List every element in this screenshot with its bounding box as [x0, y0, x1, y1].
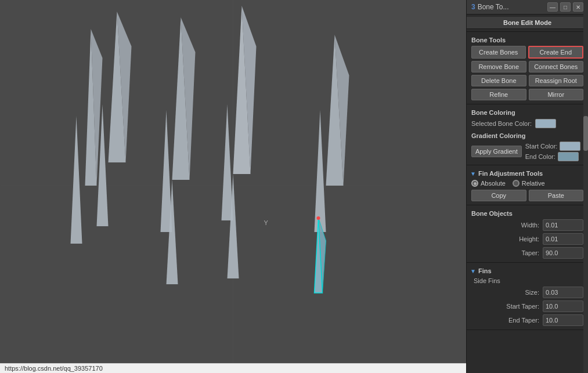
connect-bones-button[interactable]: Connect Bones: [529, 61, 584, 73]
apply-gradient-button[interactable]: Apply Gradient: [471, 146, 522, 157]
remove-bone-button[interactable]: Remove Bone: [471, 61, 526, 73]
width-label: Width:: [471, 222, 543, 229]
selected-bone-color-label: Selected Bone Color:: [471, 120, 532, 127]
fin-adjustment-title[interactable]: ▼ Fin Adjustment Tools: [467, 168, 588, 178]
bone-tools-row2: Remove Bone Connect Bones: [467, 60, 588, 74]
mirror-button[interactable]: Mirror: [529, 89, 584, 100]
bone-objects-title: Bone Objects: [467, 208, 588, 218]
bone-coloring-section: Bone Coloring Selected Bone Color: Gradi…: [467, 104, 588, 165]
bone-tools-row4: Refine Mirror: [467, 88, 588, 102]
width-input[interactable]: [543, 220, 583, 230]
bone-edit-mode-header: Bone Edit Mode: [467, 17, 588, 29]
height-row: Height: ▲ ▼: [467, 232, 588, 246]
end-taper-field[interactable]: ▲ ▼: [543, 314, 583, 326]
bone-tools-row3: Delete Bone Reassign Root: [467, 74, 588, 88]
start-taper-label: Start Taper:: [471, 303, 543, 310]
create-end-button[interactable]: Create End: [528, 46, 584, 59]
url-text: https://blog.csdn.net/qq_39357170: [5, 365, 103, 372]
selected-bone-color-row: Selected Bone Color:: [467, 117, 588, 130]
reassign-root-button[interactable]: Reassign Root: [529, 75, 584, 86]
fins-label: Fins: [478, 267, 492, 274]
side-fins-title: Side Fins: [467, 276, 588, 285]
bone-edit-mode-section: Bone Edit Mode: [467, 15, 588, 32]
height-field[interactable]: ▲ ▼: [543, 233, 583, 245]
start-color-label: Start Color:: [525, 143, 558, 150]
bones-canvas: Y: [0, 0, 466, 373]
fins-title[interactable]: ▼ Fins: [467, 265, 588, 276]
size-field[interactable]: ▲ ▼: [543, 287, 583, 298]
viewport: Y https://blog.csdn.net/qq_39357170: [0, 0, 466, 373]
copy-paste-row: Copy Paste: [467, 189, 588, 202]
create-bones-button[interactable]: Create Bones: [471, 46, 526, 59]
taper-field[interactable]: ▲ ▼: [543, 247, 583, 259]
scrollbar-thumb[interactable]: [583, 116, 588, 151]
relative-label: Relative: [522, 180, 545, 187]
fin-adjustment-label: Fin Adjustment Tools: [478, 170, 543, 177]
bone-tools-row1: Create Bones Create End: [467, 45, 588, 60]
svg-text:Y: Y: [264, 219, 269, 226]
taper-input[interactable]: [543, 248, 583, 258]
gradient-coloring-title: Gradient Coloring: [467, 130, 588, 140]
taper-row: Taper: ▲ ▼: [467, 246, 588, 260]
start-taper-row: Start Taper: ▲ ▼: [467, 299, 588, 313]
svg-point-24: [317, 216, 320, 220]
absolute-relative-row: Absolute Relative: [467, 178, 588, 189]
taper-label: Taper:: [471, 249, 543, 256]
window-title: Bone To...: [478, 3, 545, 11]
end-taper-label: End Taper:: [471, 317, 543, 324]
panel-scrollbar[interactable]: [583, 0, 588, 373]
height-label: Height:: [471, 236, 543, 242]
relative-radio[interactable]: [513, 180, 520, 187]
maximize-button[interactable]: □: [560, 2, 571, 12]
paste-button[interactable]: Paste: [529, 190, 584, 201]
absolute-radio[interactable]: [471, 180, 478, 187]
height-input[interactable]: [543, 234, 583, 244]
end-taper-input[interactable]: [543, 316, 583, 325]
size-row: Size: ▲ ▼: [467, 285, 588, 299]
relative-option[interactable]: Relative: [513, 180, 545, 187]
close-button[interactable]: ✕: [573, 2, 583, 12]
bone-tools-section: Bone Tools Create Bones Create End Remov…: [467, 32, 588, 104]
fins-section: ▼ Fins Side Fins Size: ▲ ▼ Start Taper: …: [467, 263, 588, 330]
absolute-label: Absolute: [481, 180, 506, 187]
minimize-button[interactable]: —: [547, 2, 558, 12]
delete-bone-button[interactable]: Delete Bone: [471, 75, 526, 86]
start-taper-input[interactable]: [543, 302, 583, 311]
bone-coloring-title: Bone Coloring: [467, 107, 588, 117]
start-taper-field[interactable]: ▲ ▼: [543, 300, 583, 312]
fin-adjustment-section: ▼ Fin Adjustment Tools Absolute Relative…: [467, 165, 588, 205]
size-label: Size:: [471, 289, 543, 296]
url-bar: https://blog.csdn.net/qq_39357170: [0, 363, 466, 373]
right-panel: 3 Bone To... — □ ✕ Bone Edit Mode Bone T…: [466, 0, 588, 373]
end-color-swatch[interactable]: [558, 152, 579, 161]
bone-objects-section: Bone Objects Width: ▲ ▼ Height: ▲ ▼: [467, 205, 588, 263]
selected-bone-color-swatch[interactable]: [535, 119, 556, 128]
end-color-label: End Color:: [525, 153, 555, 160]
bone-edit-mode-label: Bone Edit Mode: [503, 19, 551, 26]
absolute-option[interactable]: Absolute: [471, 180, 506, 187]
start-color-swatch[interactable]: [560, 142, 580, 151]
end-taper-row: End Taper: ▲ ▼: [467, 313, 588, 327]
copy-button[interactable]: Copy: [471, 190, 526, 201]
width-row: Width: ▲ ▼: [467, 218, 588, 232]
width-field[interactable]: ▲ ▼: [543, 219, 583, 231]
refine-button[interactable]: Refine: [471, 89, 526, 100]
size-input[interactable]: [543, 288, 583, 297]
bone-tools-title: Bone Tools: [467, 34, 588, 45]
